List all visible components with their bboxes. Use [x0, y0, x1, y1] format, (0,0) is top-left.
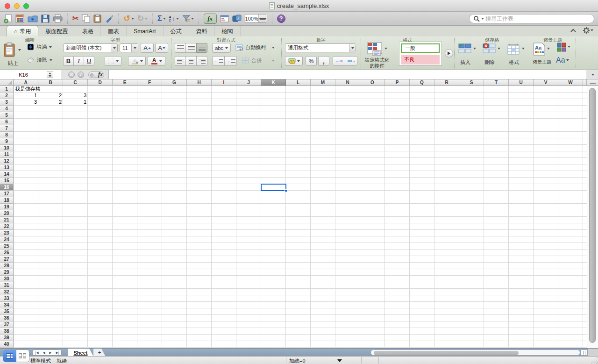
row-header-15[interactable]: 15: [0, 178, 14, 184]
vertical-split-handle[interactable]: [587, 79, 598, 86]
template-gallery-button[interactable]: [15, 14, 24, 23]
bold-button[interactable]: B: [63, 56, 74, 66]
row-header-9[interactable]: 9: [0, 138, 14, 145]
row-header-19[interactable]: 19: [0, 204, 14, 210]
undo-button[interactable]: ↺: [123, 14, 134, 23]
column-header-O[interactable]: O: [360, 79, 385, 86]
column-header-W[interactable]: W: [558, 79, 583, 86]
decrease-indent-button[interactable]: ←: [212, 56, 225, 66]
row-header-2[interactable]: 2: [0, 93, 14, 99]
increase-decimal-button[interactable]: .00→: [345, 56, 357, 66]
style-gallery-expand-button[interactable]: [445, 49, 453, 57]
row-header-34[interactable]: 34: [0, 302, 14, 308]
copy-button[interactable]: [82, 14, 90, 23]
row-header-37[interactable]: 37: [0, 321, 14, 328]
insert-cells-button[interactable]: [458, 43, 476, 55]
tab-review[interactable]: 檢閱: [215, 26, 241, 36]
column-header-Q[interactable]: Q: [410, 79, 434, 86]
align-right-button[interactable]: [196, 56, 207, 66]
merge-dropdown[interactable]: [272, 60, 275, 62]
last-sheet-button[interactable]: ▶|: [56, 351, 59, 355]
align-left-button[interactable]: [175, 56, 186, 66]
horizontal-scrollbar[interactable]: [370, 350, 580, 356]
row-header-28[interactable]: 28: [0, 263, 14, 269]
increase-indent-button[interactable]: →: [224, 56, 237, 66]
cell-B2[interactable]: 2: [38, 93, 63, 99]
column-header-M[interactable]: M: [311, 79, 335, 86]
currency-format-button[interactable]: [285, 56, 303, 66]
tab-data[interactable]: 資料: [189, 26, 215, 36]
sheet-tab[interactable]: Sheet: [68, 349, 93, 357]
format-painter-button[interactable]: [105, 14, 114, 23]
row-header-11[interactable]: 11: [0, 151, 14, 158]
row-header-6[interactable]: 6: [0, 119, 14, 125]
add-sheet-button[interactable]: +: [93, 349, 106, 357]
column-header-B[interactable]: B: [38, 79, 63, 86]
search-scope-dropdown[interactable]: [481, 18, 484, 20]
row-header-29[interactable]: 29: [0, 269, 14, 276]
cell-A2[interactable]: 1: [14, 93, 38, 99]
row-header-13[interactable]: 13: [0, 164, 14, 171]
fill-handle[interactable]: [285, 189, 287, 192]
row-header-1[interactable]: 1: [0, 86, 14, 93]
normal-view-button[interactable]: [3, 350, 16, 362]
first-sheet-button[interactable]: |◀: [35, 351, 38, 355]
row-header-7[interactable]: 7: [0, 125, 14, 132]
wrap-text-dropdown[interactable]: [272, 47, 275, 49]
style-bad[interactable]: 不良: [401, 55, 440, 64]
font-name-combo[interactable]: 新細明體 (本文): [63, 43, 118, 52]
row-header-4[interactable]: 4: [0, 106, 14, 112]
row-header-33[interactable]: 33: [0, 295, 14, 302]
redo-button[interactable]: ↻: [137, 14, 148, 23]
cell-B3[interactable]: 2: [38, 99, 63, 106]
row-header-30[interactable]: 30: [0, 276, 14, 282]
vertical-scrollbar-thumb[interactable]: [589, 88, 596, 343]
tab-tables[interactable]: 表格: [75, 26, 101, 36]
tab-smartart[interactable]: SmartArt: [127, 26, 163, 36]
row-header-39[interactable]: 39: [0, 335, 14, 341]
row-header-23[interactable]: 23: [0, 230, 14, 236]
open-button[interactable]: [28, 14, 38, 23]
insert-function-button[interactable]: fx: [98, 71, 103, 78]
tab-home[interactable]: ⌂常用: [7, 26, 38, 36]
row-header-8[interactable]: 8: [0, 132, 14, 138]
align-top-button[interactable]: [175, 43, 186, 53]
column-header-N[interactable]: N: [335, 79, 360, 86]
column-header-I[interactable]: I: [212, 79, 236, 86]
row-header-16[interactable]: 16: [0, 184, 14, 191]
column-header-U[interactable]: U: [509, 79, 534, 86]
new-workbook-button[interactable]: [4, 14, 12, 23]
column-header-K[interactable]: K: [261, 79, 286, 86]
align-center-button[interactable]: [185, 56, 197, 66]
collapse-ribbon-button[interactable]: [570, 29, 577, 33]
autosum-button[interactable]: Σ: [157, 14, 166, 23]
fill-button[interactable]: 填滿: [27, 43, 52, 50]
theme-fonts-button[interactable]: Aa: [556, 56, 569, 64]
conditional-formatting-button[interactable]: [367, 42, 387, 56]
formula-input[interactable]: [108, 70, 586, 79]
style-normal[interactable]: 一般: [401, 43, 440, 53]
formula-builder-button[interactable]: fx: [204, 14, 217, 24]
cell-C2[interactable]: 3: [63, 93, 88, 99]
name-box-input[interactable]: [0, 72, 47, 78]
decrease-decimal-button[interactable]: ←.0: [333, 56, 345, 66]
column-header-A[interactable]: A: [14, 79, 38, 86]
column-header-L[interactable]: L: [286, 79, 311, 86]
borders-button[interactable]: [105, 56, 121, 66]
column-header-G[interactable]: G: [162, 79, 187, 86]
row-header-17[interactable]: 17: [0, 191, 14, 197]
cell-C3[interactable]: 1: [63, 99, 88, 106]
merge-cells-button[interactable]: 合併: [242, 57, 262, 64]
name-box[interactable]: [0, 70, 61, 79]
previous-sheet-button[interactable]: ◀: [43, 351, 45, 355]
help-button[interactable]: ?: [277, 14, 285, 23]
search-field[interactable]: [469, 14, 594, 23]
row-header-32[interactable]: 32: [0, 289, 14, 295]
next-sheet-button[interactable]: ▶: [49, 351, 51, 355]
confirm-entry-button[interactable]: ✓: [78, 71, 84, 78]
row-header-22[interactable]: 22: [0, 223, 14, 230]
italic-button[interactable]: I: [73, 56, 84, 66]
sum-function-dropdown[interactable]: [337, 359, 342, 362]
column-header-S[interactable]: S: [459, 79, 484, 86]
grow-font-button[interactable]: A: [141, 43, 154, 53]
